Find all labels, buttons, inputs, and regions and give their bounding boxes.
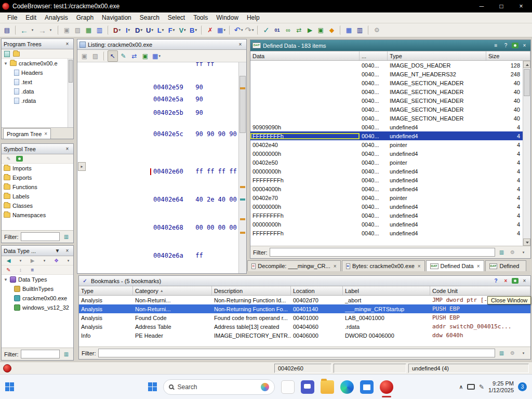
program-trees-header[interactable]: Program Trees × [2,39,73,49]
symbol-tree-item[interactable]: Classes [2,201,73,210]
play-icon[interactable]: ▶ [305,24,315,36]
tab-close-icon[interactable]: × [44,131,47,137]
scroll-up-icon[interactable] [523,61,530,68]
listing-line[interactable]: 00402e59 90 [153,83,238,92]
cursor-arrow-icon[interactable]: ↖ [108,50,118,62]
defined-data-scrollbar[interactable] [523,61,530,246]
column-header-type[interactable]: Type [79,286,133,295]
defined-data-row[interactable]: 00402e40 0040... pointer 4 [250,140,530,149]
taskbar-clock[interactable]: 9:25 PM 1/12/2025 [488,380,514,394]
memory-map-icon[interactable]: ▦ [84,24,94,36]
help-icon[interactable]: ? [502,42,510,49]
column-header-location[interactable]: ... [360,51,388,60]
symbol-tree-item[interactable]: Labels [2,192,73,201]
defined-data-header[interactable]: DAT Defined Data - 183 items ≡ ? × [250,40,530,51]
bookmark-row[interactable]: Analysis Non-Returni... Non-Returning Fu… [79,304,530,313]
symbol-tree-item[interactable]: Functions [2,182,73,192]
column-header-code-unit[interactable]: Code Unit [430,286,530,295]
bookmark-mark[interactable] [240,186,245,188]
defined-data-row[interactable]: 0040... IMAGE_SECTION_HEADER 40 [250,78,530,87]
column-header-location[interactable]: Location [291,286,343,295]
symbol-tree-item[interactable]: Exports [2,173,73,182]
filter-settings-dropdown-icon[interactable]: ▾ [519,349,528,357]
app-window-icon[interactable] [281,380,295,394]
data-type-chooser-icon[interactable]: ▦▾ [216,24,227,36]
menu-item[interactable]: File [3,13,21,22]
defined-data-row[interactable]: FFFFFFFFh 0040... undefined4 4 [250,176,530,184]
panel-menu-dropdown-icon[interactable]: ▼ [54,247,61,255]
listing-line[interactable]: ff ff [153,62,238,69]
menu-item[interactable]: Tools [189,13,212,22]
datatype-builtin-item[interactable]: BuiltInTypes [2,284,73,294]
diff-view-icon[interactable]: ⇄ [129,50,140,62]
menu-item[interactable]: Navigation [98,13,136,22]
defined-data-row[interactable]: 00000000h 0040... undefined4 4 [250,220,530,229]
listing-line[interactable]: 00402e5c 90 90 90 90 [153,130,238,139]
tab-bytes[interactable]: B Bytes: crackme0x00.exe × [342,260,425,271]
listing-line[interactable]: 00402e5b 90 [153,109,238,117]
next-dropdown-icon[interactable]: ▾ [40,256,49,265]
defined-data-row[interactable]: 00402e70 0040... pointer 4 [250,193,530,202]
tab-defined-data[interactable]: DAT Defined Data × [426,260,484,271]
widgets-icon[interactable] [5,382,14,391]
tab-close-icon[interactable]: × [477,263,480,269]
defined-data-row[interactable]: 00000000h 0040... undefined4 4 [250,167,530,176]
snapshot-icon[interactable] [512,278,518,284]
defined-data-row[interactable]: FFFFFFFFh 0040... undefined4 4 [250,131,530,140]
menu-item[interactable]: Help [243,13,264,22]
back-icon[interactable]: ← [19,24,30,36]
conflict-pencil-icon[interactable]: ✎ [4,265,13,274]
column-header-type[interactable]: Type [388,51,486,60]
new-tree-icon[interactable] [4,51,10,57]
list-view-icon[interactable]: ≡ [28,265,37,274]
copy-icon[interactable]: ▣ [79,50,90,62]
tab-decompile[interactable]: C Decompile: ___mingw_CR... × [247,260,341,271]
clear-flow-icon[interactable]: ✗ [205,24,216,36]
tools-dropdown-icon[interactable]: ▾ [64,256,73,265]
delete-bookmark-icon[interactable]: × [502,277,510,285]
snapshot-icon[interactable] [512,43,518,48]
display-icon[interactable] [467,384,475,390]
listing-line[interactable]: 00402e68 00 00 00 00 [153,223,238,232]
column-header-label[interactable]: Label [343,286,430,295]
memory-icon[interactable]: ▥ [355,24,365,36]
taskbar-search[interactable]: Search [163,379,275,395]
scrollbar-thumb[interactable] [524,69,530,96]
tree-item[interactable]: .rdata [2,96,73,105]
bookmark-row[interactable]: Analysis Found Code Found code from oper… [79,313,530,322]
close-icon[interactable]: × [63,40,71,48]
copy-icon[interactable]: ▣ [62,24,72,36]
defined-data-row[interactable]: 0040... IMAGE_SECTION_HEADER 40 [250,87,530,96]
defined-data-row[interactable]: 0040... IMAGE_SECTION_HEADER 40 [250,96,530,105]
edge-icon[interactable] [340,380,354,394]
tree-item[interactable]: .data [2,87,73,96]
bookmark-row[interactable]: Analysis Address Table Address table[13]… [79,322,530,331]
data-type-manager-header[interactable]: Data Type ... ▼ × [2,246,73,256]
file-explorer-icon[interactable] [321,380,334,394]
defined-data-row[interactable]: 0040... IMAGE_NT_HEADERS32 248 [250,70,530,78]
link-icon[interactable]: ∞ [283,24,294,36]
datatype-archive-item[interactable]: windows_vs12_32 [2,303,73,312]
listing-header[interactable]: Listing: crackme0x00.exe × [77,39,246,50]
bookmarks-header[interactable]: ✓ Bookmarks - (5 bookmarks) ? × × [79,276,530,286]
menu-item[interactable]: Select [164,13,189,22]
diamond-icon[interactable]: ◆ [327,24,337,36]
menu-item[interactable]: Edit [21,13,41,22]
filter-settings-icon[interactable]: ⚙ [508,248,517,257]
defined-data-row[interactable]: FFFFFFFFh 0040... undefined4 4 [250,211,530,220]
datatype-filter-input[interactable] [21,350,60,358]
column-header-size[interactable]: Size [486,51,530,60]
previous-dropdown-icon[interactable]: ▾ [16,256,25,265]
open-folder-icon[interactable] [13,51,20,57]
table-view-icon[interactable]: ▦ [344,24,354,36]
bookmark-row[interactable]: Info PE Header IMAGE_DIRECTORY_ENTR... 0… [79,331,530,340]
menu-item[interactable]: Search [136,13,164,22]
close-icon[interactable]: × [63,145,71,153]
symbol-table-icon[interactable]: ▥ [95,24,105,36]
tree-item[interactable]: Headers [2,68,73,77]
splitter-collapse-handle[interactable]: ▸ [78,162,86,171]
tray-chevron-icon[interactable]: ∧ [459,384,463,390]
symbol-tree-header[interactable]: Symbol Tree × [2,144,73,154]
teams-icon[interactable] [301,380,314,394]
listing-line[interactable]: 00402e60 ff ff ff ff [153,167,238,176]
